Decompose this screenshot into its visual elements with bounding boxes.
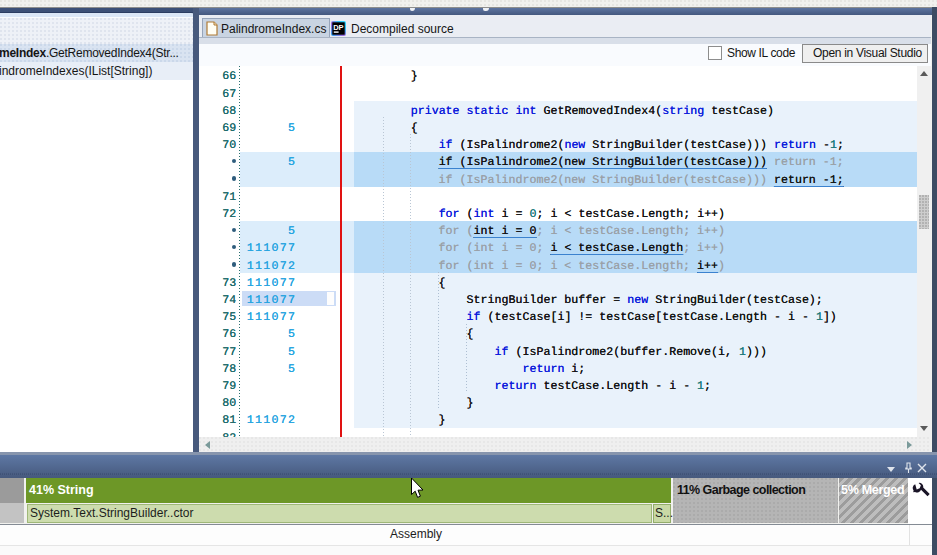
svg-text:DP: DP (333, 22, 343, 31)
